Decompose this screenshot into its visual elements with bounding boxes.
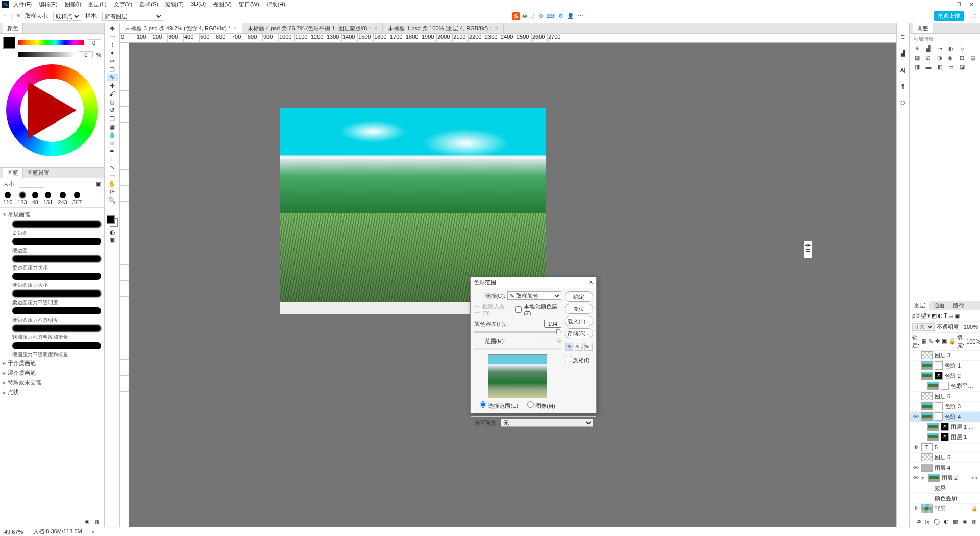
eyedropper-sample-icon[interactable]: ✎ (565, 343, 573, 351)
delete-layer-icon[interactable]: 🗑 (971, 519, 977, 525)
brush-item[interactable]: 硬边圆压力不透明度 (12, 316, 101, 324)
layer-row[interactable]: 👁T5 (910, 443, 980, 453)
layer-row[interactable]: 色阶 3 (910, 402, 980, 412)
adj-vibrance-icon[interactable]: ▽ (958, 45, 966, 52)
menu-filter[interactable]: 滤镜(T) (165, 1, 184, 8)
delete-brush-icon[interactable]: 🗑 (94, 519, 100, 525)
menu-view[interactable]: 视图(V) (213, 1, 232, 8)
layers-tab[interactable]: 图层 (910, 301, 929, 310)
lock-paint-icon[interactable]: ✎ (928, 338, 933, 345)
filter-smart-icon[interactable]: ▣ (954, 312, 960, 319)
dodge-tool[interactable]: ☼ (107, 139, 118, 147)
opacity-value[interactable]: 100% (963, 324, 978, 330)
adj-selective-icon[interactable]: ◪ (958, 63, 966, 70)
rotate-view-tool[interactable]: ⟳ (107, 188, 118, 196)
new-adjust-icon[interactable]: ◐ (944, 518, 949, 525)
ime-lang[interactable]: 英 (522, 12, 528, 20)
save-button[interactable]: 存储(S)... (565, 328, 593, 338)
history-brush-tool[interactable]: ↺ (107, 106, 118, 114)
ok-button[interactable]: 确定 (565, 291, 593, 302)
radio-selection[interactable]: 选择范围(E) (480, 401, 518, 410)
brush-item[interactable]: 硬圆压力不透明度和流量 (12, 351, 101, 358)
stamp-tool[interactable]: ⎙ (107, 98, 118, 106)
collapsed-history-icon[interactable]: ⮌ (900, 34, 906, 40)
brush-item[interactable]: 硬边圆压力大小 (12, 282, 101, 289)
dialog-close-icon[interactable]: ✕ (589, 279, 593, 286)
brush-group[interactable]: 干介质画笔 (3, 358, 101, 368)
eyedropper-tool[interactable]: ✎ (107, 74, 118, 81)
visibility-icon[interactable]: 👁 (912, 505, 919, 511)
gradient-tool[interactable]: ▦ (107, 123, 118, 130)
layer-row[interactable]: 颜色叠加 (910, 494, 980, 504)
collapsed-paragraph-icon[interactable]: ¶ (901, 83, 904, 89)
quick-mask-icon[interactable]: ◐ (107, 228, 118, 236)
zoom-value[interactable]: 49.67% (4, 529, 23, 535)
layer-row[interactable]: 色彩平衡 1 (910, 381, 980, 392)
crop-tool[interactable]: ✂ (107, 57, 118, 65)
layer-row[interactable]: S图层 1 拷贝 (910, 422, 980, 432)
lock-all-icon[interactable]: 🔒 (949, 338, 955, 345)
adj-photo-filter-icon[interactable]: ◉ (946, 54, 954, 61)
floating-ruler-widget[interactable]: ◂▸☰ (804, 241, 812, 258)
eraser-tool[interactable]: ◫ (107, 114, 118, 122)
menu-window[interactable]: 窗口(W) (239, 1, 259, 8)
layer-row[interactable]: 👁▾图层 2fx ▾ (910, 473, 980, 483)
filter-adjust-icon[interactable]: ◐ (938, 312, 943, 319)
adj-brightness-icon[interactable]: ☀ (913, 45, 921, 52)
adj-hue-icon[interactable]: ▦ (913, 54, 921, 61)
brush-group[interactable]: 特殊效果画笔 (3, 378, 101, 387)
filter-pixel-icon[interactable]: ◩ (932, 312, 937, 319)
layer-row[interactable]: 👁色阶 4 (910, 412, 980, 422)
quick-select-tool[interactable]: ✦ (107, 49, 118, 57)
lock-artboard-icon[interactable]: ▣ (942, 338, 947, 345)
brush-item[interactable]: 硬边圆 (12, 247, 101, 254)
move-tool[interactable]: ✥ (107, 25, 118, 32)
color-triangle[interactable] (28, 82, 77, 139)
marquee-tool[interactable]: ▭ (107, 33, 118, 40)
layer-mask-icon[interactable]: ◯ (934, 518, 940, 525)
adj-gradmap-icon[interactable]: ▭ (947, 63, 955, 70)
preview-select[interactable]: 无 (501, 419, 593, 427)
menu-file[interactable]: 文件(F) (13, 1, 32, 8)
window-maximize[interactable]: ☐ (956, 1, 961, 8)
layer-row[interactable]: 图层 5 (910, 453, 980, 463)
visibility-icon[interactable]: 👁 (912, 444, 919, 450)
visibility-icon[interactable]: 👁 (912, 413, 919, 420)
reset-button[interactable]: 复位 (565, 304, 593, 314)
sample-size-select[interactable]: 取样点 (53, 12, 81, 21)
new-brush-icon[interactable]: ▣ (84, 518, 89, 525)
localized-checkbox[interactable] (515, 306, 522, 313)
path-select-tool[interactable]: ↖ (107, 163, 118, 171)
channels-tab[interactable]: 通道 (929, 301, 949, 310)
radio-image[interactable]: 图像(M) (527, 401, 555, 410)
sample-select[interactable]: 所有图层 (102, 12, 163, 21)
tab-close-icon[interactable]: × (233, 25, 236, 31)
window-close[interactable]: ✕ (969, 1, 974, 8)
document-tab[interactable]: 未标题-1.psd @ 100% (图层 4, RGB/8#) *× (383, 23, 504, 33)
adj-levels-icon[interactable]: ▟ (924, 45, 933, 52)
layer-row[interactable]: 图层 3 (910, 351, 980, 361)
document-tab[interactable]: 未标题-3.psd @ 49.7% (色阶 4, RGB/8#) *× (120, 23, 242, 33)
layer-row[interactable]: 效果 (910, 483, 980, 494)
visibility-icon[interactable]: 👁 (912, 475, 919, 481)
blur-tool[interactable]: 💧 (107, 131, 118, 138)
screen-mode-icon[interactable]: ▣ (107, 236, 118, 244)
brush-folder-icon[interactable]: ▣ (96, 181, 101, 187)
collapsed-3d-icon[interactable]: ⬡ (900, 100, 905, 106)
sat-slider[interactable] (18, 52, 76, 57)
layer-row[interactable]: S色阶 2 (910, 371, 980, 381)
adj-balance-icon[interactable]: ⚖ (924, 54, 933, 61)
hand-tool[interactable]: ✋ (107, 180, 118, 187)
document-tab[interactable]: 未标题-4.psd @ 66.7% (色彩平衡 1, 图层蒙版/8) *× (242, 23, 383, 33)
shape-tool[interactable]: ▭ (107, 172, 118, 179)
layer-row[interactable]: S图层 1 (910, 432, 980, 443)
fill-value[interactable]: 100% (966, 338, 980, 345)
brush-item[interactable]: 柔边圆 (12, 230, 101, 237)
tab-close-icon[interactable]: × (374, 25, 377, 31)
pen-tool[interactable]: ✒ (107, 147, 118, 155)
edit-toolbar[interactable]: ⋯ (107, 204, 118, 212)
brush-group-general[interactable]: 常规画笔 (3, 210, 101, 220)
link-layers-icon[interactable]: ⧉ (917, 518, 921, 525)
layer-row[interactable]: 色阶 1 (910, 361, 980, 371)
menu-select[interactable]: 选择(S) (139, 1, 158, 8)
